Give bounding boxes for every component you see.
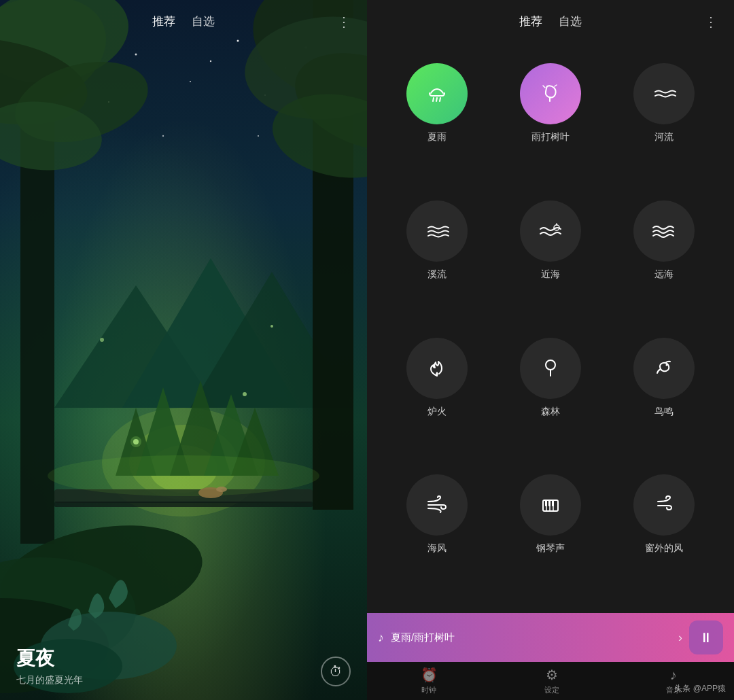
second-icon: ⚙ [546, 667, 558, 683]
sound-label-yu-da-shu-ye: 雨打树叶 [531, 131, 570, 143]
sound-item-chuang-wai-de-feng[interactable]: 窗外的风 [607, 465, 720, 602]
nav-item-second[interactable]: ⚙ 设定 [544, 667, 559, 695]
timer-button[interactable]: ⏱ [321, 657, 351, 686]
sound-label-gang-qin-sheng: 钢琴声 [536, 542, 565, 555]
player-pause-button[interactable]: ⏸ [689, 620, 723, 654]
svg-point-11 [258, 135, 259, 137]
sound-circle-sen-lin [520, 338, 581, 399]
nav-label-second: 设定 [544, 685, 559, 695]
sound-circle-he-liu [633, 63, 695, 124]
sound-item-lu-huo[interactable]: 炉火 [381, 328, 494, 466]
svg-point-55 [546, 360, 555, 370]
svg-point-10 [162, 135, 164, 137]
sound-circle-lu-huo [406, 338, 468, 399]
svg-point-43 [130, 436, 141, 447]
sound-label-sen-lin: 森林 [541, 406, 560, 418]
sound-label-xia-yu: 夏雨 [427, 131, 447, 143]
sound-label-jin-hai: 近海 [541, 268, 560, 281]
sounds-grid: 夏雨 雨打树叶 河流 溪流 近海 远海 炉火 森林 [367, 43, 734, 613]
sound-label-lu-huo: 炉火 [427, 406, 447, 418]
sound-label-he-liu: 河流 [654, 131, 674, 143]
svg-point-45 [100, 338, 104, 342]
left-more-button[interactable]: ⋮ [337, 14, 351, 30]
svg-point-0 [135, 54, 137, 56]
sound-circle-yuan-hai [633, 200, 695, 262]
sound-item-he-liu[interactable]: 河流 [607, 54, 720, 191]
player-bar[interactable]: ♪ 夏雨/雨打树叶 › ⏸ [367, 613, 734, 662]
track-subtitle: 七月的盛夏光年 [16, 674, 83, 686]
watermark: 头条 @APP猿 [674, 683, 726, 695]
music-nav-icon: ♪ [670, 667, 677, 683]
left-nav-custom[interactable]: 自选 [192, 14, 215, 29]
left-nav-recommend[interactable]: 推荐 [152, 14, 175, 29]
sound-item-yuan-hai[interactable]: 远海 [607, 191, 720, 328]
track-info: 夏夜 七月的盛夏光年 [16, 646, 83, 686]
player-arrow-icon: › [678, 631, 682, 645]
sound-circle-xia-yu [406, 63, 468, 124]
svg-line-51 [440, 98, 440, 101]
right-header: 推荐 自选 ⋮ [367, 0, 734, 43]
right-panel: 推荐 自选 ⋮ 夏雨 雨打树叶 河流 溪流 近海 [367, 0, 734, 700]
sound-label-chuang-wai-de-feng: 窗外的风 [645, 542, 683, 555]
sound-label-xi-liu: 溪流 [427, 268, 447, 281]
sound-circle-xi-liu [406, 200, 468, 262]
sound-circle-gang-qin-sheng [520, 474, 581, 536]
player-track-name: 夏雨/雨打树叶 [391, 631, 671, 644]
svg-rect-62 [545, 500, 547, 506]
svg-line-53 [555, 85, 557, 86]
right-nav-recommend[interactable]: 推荐 [519, 14, 542, 29]
svg-point-5 [210, 60, 211, 62]
sound-item-sen-lin[interactable]: 森林 [494, 328, 608, 466]
sound-item-gang-qin-sheng[interactable]: 钢琴声 [494, 465, 608, 602]
sound-circle-chuang-wai-de-feng [633, 474, 695, 536]
svg-line-50 [436, 98, 437, 101]
svg-point-46 [270, 325, 273, 328]
left-bottom-info: 夏夜 七月的盛夏光年 ⏱ [0, 646, 367, 686]
svg-point-57 [665, 364, 667, 366]
sound-label-yuan-hai: 远海 [654, 268, 674, 281]
svg-point-41 [216, 487, 227, 492]
svg-line-52 [543, 86, 545, 88]
sound-item-xi-liu[interactable]: 溪流 [381, 191, 494, 328]
sound-circle-jin-hai [520, 200, 581, 262]
sound-item-jin-hai[interactable]: 近海 [494, 191, 608, 328]
sound-circle-niao-ming [633, 338, 695, 399]
svg-point-1 [190, 81, 191, 82]
pause-icon: ⏸ [699, 630, 713, 646]
svg-point-44 [243, 392, 247, 396]
scene-illustration [0, 0, 367, 700]
sound-item-yu-da-shu-ye[interactable]: 雨打树叶 [494, 54, 608, 191]
svg-rect-19 [54, 502, 313, 507]
svg-rect-63 [548, 500, 550, 506]
sound-circle-hai-feng [406, 474, 468, 536]
svg-point-39 [48, 455, 319, 496]
svg-line-49 [433, 98, 434, 101]
sound-item-hai-feng[interactable]: 海风 [381, 465, 494, 602]
clock-icon: ⏰ [421, 667, 438, 683]
sound-item-niao-ming[interactable]: 鸟鸣 [607, 328, 720, 466]
sound-item-xia-yu[interactable]: 夏雨 [381, 54, 494, 191]
right-more-button[interactable]: ⋮ [704, 14, 718, 30]
left-header: 推荐 自选 ⋮ [0, 0, 367, 43]
track-title: 夏夜 [16, 646, 83, 671]
svg-rect-64 [552, 500, 554, 506]
sound-circle-yu-da-shu-ye [520, 63, 581, 124]
nav-item-clock[interactable]: ⏰ 时钟 [421, 667, 438, 695]
left-panel: 推荐 自选 ⋮ 夏夜 七月的盛夏光年 ⏱ [0, 0, 367, 700]
nav-label-clock: 时钟 [421, 685, 436, 695]
right-nav-custom[interactable]: 自选 [559, 14, 582, 29]
sound-label-niao-ming: 鸟鸣 [654, 406, 674, 418]
music-icon: ♪ [378, 631, 384, 645]
sound-label-hai-feng: 海风 [427, 542, 447, 555]
